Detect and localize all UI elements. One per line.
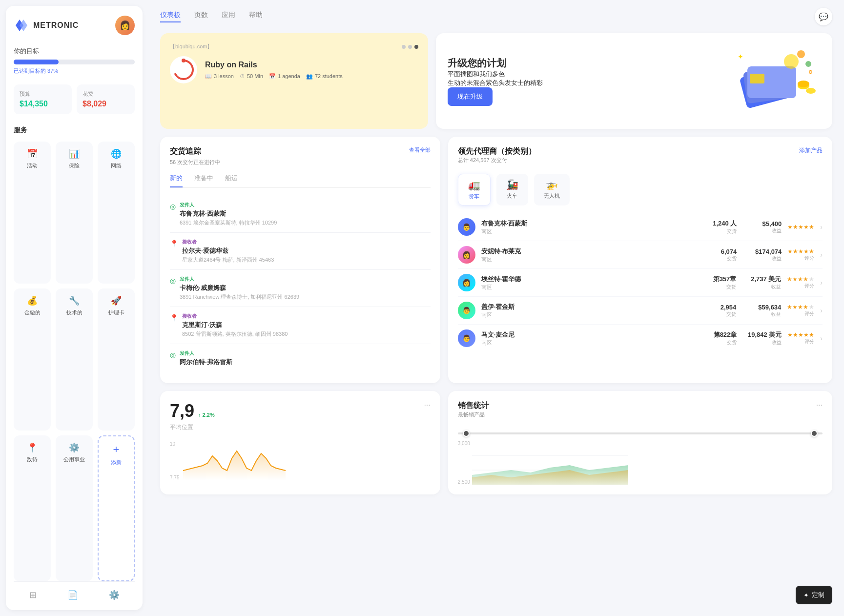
agent-arrow-2[interactable]: › xyxy=(820,251,823,259)
logo-area: METRONIC xyxy=(14,18,79,33)
chat-icon[interactable]: 💬 xyxy=(815,8,832,25)
sidebar-footer: ⊞ 📄 ⚙️ xyxy=(14,581,135,600)
course-url-text: 【biqubiqu.com】 xyxy=(170,43,212,50)
upgrade-button[interactable]: 现在升级 xyxy=(448,87,493,106)
service-reception[interactable]: 📍 敌待 xyxy=(14,435,51,581)
shipment-3-row: ◎ 发件人 卡梅伦·威廉姆森 3891 Ranchview 理查森博士, 加利福… xyxy=(170,276,431,301)
course-dots xyxy=(402,45,418,49)
trend-indicator: ↑ 2.2% xyxy=(198,412,215,418)
course-lessons-text: 3 lesson xyxy=(214,73,234,79)
sender-icon-1: ◎ xyxy=(170,203,176,210)
agent-rating-1: ★★★★★ xyxy=(787,224,814,230)
nav-pages[interactable]: 页数 xyxy=(194,11,208,22)
svg-point-9 xyxy=(797,50,805,58)
customize-button[interactable]: ✦ 定制 xyxy=(796,586,832,604)
spend-value: $8,029 xyxy=(82,100,129,108)
svg-point-2 xyxy=(174,61,193,79)
agent-arrow-1[interactable]: › xyxy=(820,223,823,231)
sidebar-header: METRONIC 👩 xyxy=(14,16,135,35)
nav-help[interactable]: 帮助 xyxy=(249,11,263,22)
tracking-card: 交货追踪 查看全部 56 次交付正在进行中 新的 准备中 船运 ◎ xyxy=(160,137,440,383)
service-public[interactable]: ⚙️ 公用事业 xyxy=(56,435,93,581)
layers-icon[interactable]: ⊞ xyxy=(29,590,37,600)
svg-marker-1 xyxy=(20,20,27,31)
upgrade-desc-2: 生动的未混合紫色头发女士的精彩 xyxy=(448,79,543,86)
nav-apps[interactable]: 应用 xyxy=(222,11,235,22)
upgrade-text: 升级您的计划 平面插图和我们多色 生动的未混合紫色头发女士的精彩 现在升级 xyxy=(448,57,543,106)
shipment-list: ◎ 发件人 布鲁克林·西蒙斯 6391 埃尔金圣塞莱斯特, 特拉华州 10299… xyxy=(170,196,431,373)
position-more-icon[interactable]: ··· xyxy=(424,401,430,410)
spend-label: 花费 xyxy=(82,90,129,98)
agent-info-5: 马文·麦金尼 南区 xyxy=(481,330,697,347)
sender-name-1: 布鲁克林·西蒙斯 xyxy=(180,209,277,218)
agent-stat-1: 1,240 人 交货 xyxy=(702,219,737,235)
financial-icon: 💰 xyxy=(27,295,38,306)
app-name: METRONIC xyxy=(33,21,79,30)
tab-preparing[interactable]: 准备中 xyxy=(194,174,213,187)
range-slider[interactable] xyxy=(458,430,823,437)
receiver-addr-1: 星家大道2464号 梅萨, 新泽西州 45463 xyxy=(182,256,274,264)
tab-shipping[interactable]: 船运 xyxy=(225,174,238,187)
shipment-2: 📍 接收者 拉尔夫·爱德华兹 星家大道2464号 梅萨, 新泽西州 45463 xyxy=(170,233,431,270)
settings-icon[interactable]: ⚙️ xyxy=(109,590,120,600)
topnav-right: 💬 xyxy=(815,8,832,25)
service-add[interactable]: + 添新 xyxy=(98,435,135,581)
shipment-5-info: 发件人 阿尔伯特·弗洛雷斯 xyxy=(180,350,232,368)
tracking-title-area: 交货追踪 xyxy=(170,146,201,157)
receiver-role-2: 接收者 xyxy=(182,313,288,320)
agent-rating-2: ★★★★★ xyxy=(787,248,814,255)
students-icon: 👥 xyxy=(306,73,313,80)
train-label: 火车 xyxy=(507,192,517,200)
technical-label: 技术的 xyxy=(66,309,82,316)
agents-title-area: 领先代理商（按类别） 总计 424,567 次交付 xyxy=(458,146,536,172)
agent-region-5: 南区 xyxy=(481,339,697,347)
upgrade-illustration: ✦ ⚙ xyxy=(733,47,821,115)
agent-row-2: 👩 安妮特·布莱克 南区 6,074 交货 $174,074 收益 ★★★★ xyxy=(458,241,823,269)
agent-transactions-3: 第357章 xyxy=(702,275,736,284)
service-financial[interactable]: 💰 金融的 xyxy=(14,288,51,431)
sidebar: METRONIC 👩 你的目标 已达到目标的 37% 预算 $14,350 花费… xyxy=(6,6,143,610)
agent-avatar-5: 👨 xyxy=(458,329,475,347)
network-icon: 🌐 xyxy=(111,148,122,159)
agent-rating-4: ★★★★★ xyxy=(787,304,814,310)
service-network[interactable]: 🌐 网络 xyxy=(98,142,135,284)
slider-handle-left[interactable] xyxy=(463,430,470,437)
service-technical[interactable]: 🔧 技术的 xyxy=(56,288,93,431)
service-activity[interactable]: 📅 活动 xyxy=(14,142,51,284)
file-icon[interactable]: 📄 xyxy=(67,590,78,600)
upgrade-card: 升级您的计划 平面插图和我们多色 生动的未混合紫色头发女士的精彩 现在升级 xyxy=(436,33,832,129)
sales-more-icon[interactable]: ··· xyxy=(816,401,823,410)
svg-point-3 xyxy=(182,59,185,62)
agents-title: 领先代理商（按类别） xyxy=(458,146,536,157)
view-all-link[interactable]: 查看全部 xyxy=(409,146,431,154)
avatar[interactable]: 👩 xyxy=(115,16,135,35)
agent-name-3: 埃丝特·霍华德 xyxy=(481,275,697,284)
course-card: 【biqubiqu.com】 xyxy=(160,33,428,129)
agent-arrow-5[interactable]: › xyxy=(820,334,823,342)
service-insurance[interactable]: 📊 保险 xyxy=(56,142,93,284)
agent-tab-train[interactable]: 🚂 火车 xyxy=(496,174,528,205)
agent-earnings-label-5: 收益 xyxy=(742,339,782,346)
agent-arrow-3[interactable]: › xyxy=(820,279,823,287)
service-nursing[interactable]: 🚀 护理卡 xyxy=(98,288,135,431)
position-stats-card: 7,9 ↑ 2.2% 平均位置 ··· 10 7.75 xyxy=(160,391,440,494)
agent-arrow-4[interactable]: › xyxy=(820,307,823,314)
add-product-button[interactable]: 添加产品 xyxy=(799,146,823,155)
tab-new[interactable]: 新的 xyxy=(170,174,183,187)
nav-dashboard[interactable]: 仪表板 xyxy=(160,11,181,22)
agent-earnings-4: $59,634 xyxy=(742,304,781,311)
budget-label: 预算 xyxy=(20,90,66,98)
agent-tab-truck[interactable]: 🚛 货车 xyxy=(458,174,491,205)
truck-label: 货车 xyxy=(469,193,479,200)
add-label: 添新 xyxy=(111,459,122,466)
agent-tab-drone[interactable]: 🚁 无人机 xyxy=(534,174,570,205)
course-info: Ruby on Rails 📖 3 lesson ⏱ 50 Min xyxy=(205,61,418,80)
logo-icon xyxy=(14,18,29,33)
shipment-5-row: ◎ 发件人 阿尔伯特·弗洛雷斯 xyxy=(170,350,431,368)
slider-handle-right[interactable] xyxy=(811,430,818,437)
agent-money-4: $59,634 收益 xyxy=(742,304,781,318)
mini-chart-area: 10 7.75 xyxy=(170,441,431,480)
row-2: 交货追踪 查看全部 56 次交付正在进行中 新的 准备中 船运 ◎ xyxy=(160,137,832,383)
shipment-1-info: 发件人 布鲁克林·西蒙斯 6391 埃尔金圣塞莱斯特, 特拉华州 10299 xyxy=(180,202,277,226)
agent-info-3: 埃丝特·霍华德 南区 xyxy=(481,275,697,291)
